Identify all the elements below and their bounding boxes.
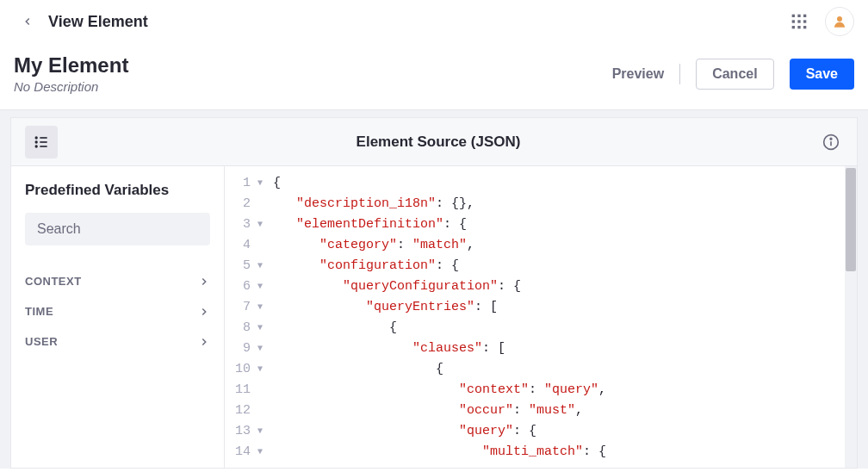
fold-toggle-icon[interactable]: ▼ <box>254 214 263 235</box>
chevron-right-icon <box>198 336 210 348</box>
code-line[interactable]: "elementDefinition": { <box>273 214 857 235</box>
page-title: View Element <box>48 13 148 31</box>
info-icon[interactable] <box>819 130 843 154</box>
svg-rect-7 <box>797 26 800 28</box>
gutter-line: 7▼ <box>225 297 263 318</box>
svg-point-10 <box>35 137 37 139</box>
divider <box>679 64 680 84</box>
gutter-line: 5▼ <box>225 256 263 276</box>
svg-point-9 <box>837 16 842 22</box>
code-line[interactable]: "queryEntries": [ <box>273 297 857 318</box>
svg-rect-8 <box>803 26 806 28</box>
code-line[interactable]: "multi_match": { <box>273 442 857 463</box>
code-line[interactable]: "description_i18n": {}, <box>273 194 857 214</box>
scrollbar-track[interactable] <box>845 166 857 468</box>
code-line[interactable]: "context": "query", <box>273 380 857 401</box>
fold-toggle-icon[interactable]: ▼ <box>254 173 263 194</box>
panel-header: Element Source (JSON) <box>11 118 857 166</box>
sidebar-item-context[interactable]: CONTEXT <box>25 266 210 296</box>
preview-button[interactable]: Preview <box>612 66 664 82</box>
svg-rect-3 <box>792 20 795 22</box>
fold-toggle-icon[interactable]: ▼ <box>254 297 263 318</box>
topbar: View Element <box>0 0 868 43</box>
gutter-line: 13▼ <box>225 421 263 442</box>
fold-toggle-icon[interactable]: ▼ <box>254 338 263 359</box>
code-line[interactable]: { <box>273 318 857 338</box>
gutter-line: 1▼ <box>225 173 263 194</box>
cancel-button[interactable]: Cancel <box>696 59 773 90</box>
svg-point-14 <box>35 146 37 147</box>
gutter-line: 3▼ <box>225 214 263 235</box>
code-line[interactable]: "occur": "must", <box>273 401 857 421</box>
gutter-line: 2 <box>225 194 263 214</box>
panel-title: Element Source (JSON) <box>58 134 819 151</box>
element-title: My Element <box>14 53 612 78</box>
sidebar: Predefined Variables CONTEXTTIMEUSER <box>11 166 225 468</box>
svg-rect-6 <box>792 26 795 28</box>
fold-toggle-icon[interactable]: ▼ <box>254 421 263 442</box>
back-button[interactable] <box>14 8 41 35</box>
svg-rect-5 <box>803 20 806 22</box>
gutter-line: 6▼ <box>225 276 263 297</box>
svg-point-18 <box>830 138 832 140</box>
element-description: No Description <box>14 79 612 94</box>
json-editor[interactable]: 1▼23▼45▼6▼7▼8▼9▼10▼111213▼14▼ { "descrip… <box>225 166 857 468</box>
fold-toggle-icon[interactable]: ▼ <box>254 276 263 297</box>
scrollbar-thumb[interactable] <box>846 168 856 271</box>
gutter-line: 4 <box>225 235 263 256</box>
chevron-right-icon <box>198 276 210 288</box>
sidebar-item-label: USER <box>25 335 58 348</box>
sidebar-toggle-button[interactable] <box>25 126 58 158</box>
gutter-line: 11 <box>225 380 263 401</box>
gutter-line: 12 <box>225 401 263 421</box>
sidebar-title: Predefined Variables <box>25 182 210 199</box>
sidebar-item-label: TIME <box>25 305 53 318</box>
sidebar-item-user[interactable]: USER <box>25 326 210 357</box>
svg-rect-4 <box>797 20 800 22</box>
search-input[interactable] <box>37 221 209 237</box>
code-line[interactable]: "category": "match", <box>273 235 857 256</box>
code-line[interactable]: "clauses": [ <box>273 338 857 359</box>
user-avatar[interactable] <box>825 7 854 36</box>
code-line[interactable]: { <box>273 359 857 380</box>
code-line[interactable]: "configuration": { <box>273 256 857 276</box>
svg-point-12 <box>35 141 37 143</box>
code-line[interactable]: "queryConfiguration": { <box>273 276 857 297</box>
svg-rect-1 <box>797 15 800 17</box>
editor-code[interactable]: { "description_i18n": {}, "elementDefini… <box>268 166 857 468</box>
gutter-line: 9▼ <box>225 338 263 359</box>
fold-toggle-icon[interactable]: ▼ <box>254 442 263 463</box>
chevron-right-icon <box>198 306 210 318</box>
search-wrap <box>25 213 210 245</box>
sidebar-item-label: CONTEXT <box>25 275 82 288</box>
gutter-line: 10▼ <box>225 359 263 380</box>
fold-toggle-icon[interactable]: ▼ <box>254 359 263 380</box>
gutter-line: 8▼ <box>225 318 263 338</box>
sidebar-item-time[interactable]: TIME <box>25 296 210 326</box>
code-line[interactable]: "query": { <box>273 421 857 442</box>
svg-rect-2 <box>803 15 806 17</box>
subheader: My Element No Description Preview Cancel… <box>0 43 868 110</box>
gutter-line: 14▼ <box>225 442 263 463</box>
svg-rect-0 <box>792 15 795 17</box>
apps-menu-icon[interactable] <box>784 6 815 37</box>
code-line[interactable]: { <box>273 173 857 194</box>
fold-toggle-icon[interactable]: ▼ <box>254 318 263 338</box>
workspace: Element Source (JSON) Predefined Variabl… <box>0 110 868 469</box>
fold-toggle-icon[interactable]: ▼ <box>254 256 263 276</box>
save-button[interactable]: Save <box>790 59 854 90</box>
editor-gutter: 1▼23▼45▼6▼7▼8▼9▼10▼111213▼14▼ <box>225 166 268 468</box>
